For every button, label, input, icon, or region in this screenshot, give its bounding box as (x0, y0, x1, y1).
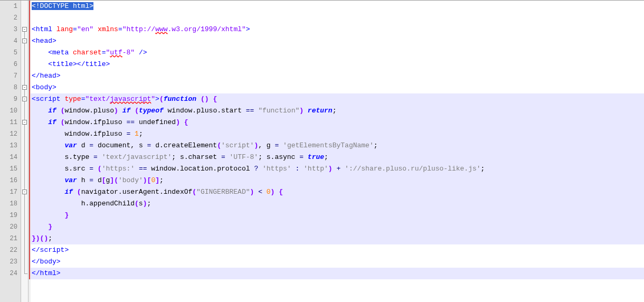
line-number[interactable]: 1 (0, 1, 21, 12)
code-editor[interactable]: 123456789101112131415161718192021222324 … (0, 0, 644, 302)
line-number[interactable]: 13 (0, 140, 21, 152)
line-number[interactable]: 6 (0, 59, 21, 70)
line-number[interactable]: 22 (0, 244, 21, 256)
line-number[interactable]: 16 (0, 175, 21, 186)
line-number[interactable]: 3 (0, 24, 21, 35)
code-line[interactable]: <script type="text/javascript">(function… (31, 93, 644, 105)
fold-toggle-icon[interactable]: - (22, 85, 27, 90)
fold-toggle-icon[interactable]: - (22, 190, 27, 194)
code-line[interactable]: if (window.ifpluso == undefined) { (31, 117, 644, 128)
line-number[interactable]: 18 (0, 198, 21, 210)
code-line[interactable]: </body> (31, 256, 644, 268)
code-line[interactable]: <title></title> (31, 59, 644, 70)
line-number[interactable]: 19 (0, 210, 21, 221)
line-number-gutter[interactable]: 123456789101112131415161718192021222324 (0, 1, 21, 302)
line-number[interactable]: 5 (0, 47, 21, 59)
line-number[interactable]: 24 (0, 268, 21, 279)
code-line[interactable]: </head> (31, 70, 644, 82)
fold-toggle-icon[interactable]: - (22, 39, 27, 43)
fold-toggle-icon[interactable]: - (22, 27, 27, 32)
fold-toggle-icon[interactable]: - (22, 120, 27, 125)
code-line[interactable]: if (navigator.userAgent.indexOf("GINGERB… (31, 186, 644, 198)
code-line[interactable]: var h = d[g]('body')[0]; (31, 175, 644, 186)
code-line[interactable]: <html lang="en" xmlns="http://www.w3.org… (31, 24, 644, 35)
line-number[interactable]: 11 (0, 117, 21, 128)
code-line[interactable]: </html> (31, 268, 644, 279)
line-number[interactable]: 8 (0, 82, 21, 93)
code-line[interactable]: <meta charset="utf-8" /> (31, 47, 644, 59)
code-area[interactable]: <!DOCTYPE html> <html lang="en" xmlns="h… (31, 1, 644, 302)
code-line[interactable]: } (31, 210, 644, 221)
code-line[interactable]: } (31, 221, 644, 233)
code-line[interactable]: var d = document, s = d.createElement('s… (31, 140, 644, 152)
line-number[interactable]: 10 (0, 105, 21, 117)
code-line[interactable]: <body> (31, 82, 644, 93)
line-number[interactable]: 7 (0, 70, 21, 82)
line-number[interactable]: 12 (0, 128, 21, 140)
line-number[interactable]: 20 (0, 221, 21, 233)
fold-toggle-icon[interactable]: - (22, 97, 27, 101)
code-line[interactable]: <!DOCTYPE html> (31, 1, 644, 12)
code-line[interactable]: s.src = ('https:' == window.location.pro… (31, 163, 644, 175)
line-number[interactable]: 14 (0, 152, 21, 163)
line-number[interactable]: 17 (0, 186, 21, 198)
code-line[interactable]: })(); (31, 233, 644, 244)
fold-column[interactable]: ------ (21, 1, 29, 302)
line-number[interactable]: 15 (0, 163, 21, 175)
line-number[interactable]: 2 (0, 12, 21, 24)
code-line[interactable]: window.ifpluso = 1; (31, 128, 644, 140)
line-number[interactable]: 21 (0, 233, 21, 244)
code-line[interactable]: s.type = 'text/javascript'; s.charset = … (31, 152, 644, 163)
code-line[interactable]: <head> (31, 35, 644, 47)
code-line[interactable]: if (window.pluso) if (typeof window.plus… (31, 105, 644, 117)
change-marker (29, 1, 30, 279)
code-line[interactable]: </script> (31, 244, 644, 256)
code-line[interactable]: h.appendChild(s); (31, 198, 644, 210)
line-number[interactable]: 9 (0, 93, 21, 105)
code-line[interactable] (31, 12, 644, 24)
line-number[interactable]: 4 (0, 35, 21, 47)
line-number[interactable]: 23 (0, 256, 21, 268)
selection: <!DOCTYPE html> (32, 2, 93, 10)
